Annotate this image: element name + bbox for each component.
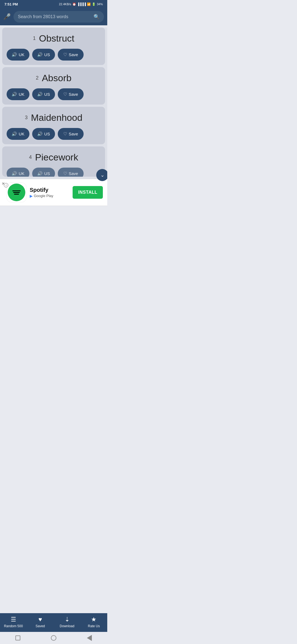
speaker-us-icon-4: 🔊	[37, 171, 43, 176]
chevron-down-icon: ⌄	[100, 172, 105, 178]
heart-icon-4: ♡	[63, 171, 67, 176]
word-buttons-4: 🔊 UK 🔊 US ♡ Save	[7, 168, 101, 177]
us-label-4: US	[44, 171, 50, 176]
speaker-us-icon-1: 🔊	[37, 52, 43, 57]
uk-button-1[interactable]: 🔊 UK	[7, 49, 29, 61]
ad-info-close-group: i ✕	[2, 181, 5, 186]
word-header-2: 2 Absorb	[7, 73, 101, 83]
heart-icon-1: ♡	[63, 52, 67, 57]
spotify-icon	[8, 184, 25, 201]
save-label-2: Save	[69, 92, 78, 97]
save-label-3: Save	[69, 132, 78, 136]
spotify-line-2	[13, 192, 20, 193]
us-button-3[interactable]: 🔊 US	[32, 128, 55, 140]
word-card-1: 1 Obstruct 🔊 UK 🔊 US ♡ Save	[2, 28, 105, 65]
uk-button-4[interactable]: 🔊 UK	[7, 168, 29, 177]
ad-text: Spotify ▶ Google Play	[30, 187, 69, 198]
save-label-4: Save	[69, 171, 78, 176]
alarm-icon: ⏰	[72, 2, 76, 6]
ad-logo	[7, 182, 26, 202]
speaker-uk-icon-3: 🔊	[12, 131, 17, 137]
save-button-4[interactable]: ♡ Save	[58, 168, 84, 177]
signal-icon: ▐▐▐▐	[77, 2, 86, 6]
us-button-2[interactable]: 🔊 US	[32, 88, 55, 100]
network-speed: 22.4KB/s	[59, 2, 71, 6]
uk-label-4: UK	[19, 171, 24, 176]
battery-icon: 🔋	[92, 2, 96, 6]
ad-info-icon[interactable]: i	[4, 183, 8, 187]
search-bar: 🎤 Search from 28013 words 🔍	[0, 8, 107, 25]
speaker-us-icon-2: 🔊	[37, 92, 43, 97]
main-content: 1 Obstruct 🔊 UK 🔊 US ♡ Save 2 Absorb	[0, 28, 107, 206]
battery-level: 34%	[97, 2, 103, 6]
ad-banner: i ✕ Spotify ▶ Google Play INSTALL	[0, 179, 107, 206]
us-label-1: US	[44, 52, 50, 57]
word-card-4: 4 Piecework 🔊 UK 🔊 US ♡ Save	[2, 146, 105, 177]
word-header-3: 3 Maidenhood	[7, 112, 101, 123]
speaker-uk-icon-1: 🔊	[12, 52, 17, 57]
uk-button-3[interactable]: 🔊 UK	[7, 128, 29, 140]
speaker-us-icon-3: 🔊	[37, 131, 43, 137]
search-icon: 🔍	[94, 14, 100, 20]
ad-subtitle: ▶ Google Play	[30, 194, 69, 198]
us-button-4[interactable]: 🔊 US	[32, 168, 55, 177]
word-text-3: Maidenhood	[31, 112, 82, 123]
word-card-3: 3 Maidenhood 🔊 UK 🔊 US ♡ Save	[2, 107, 105, 144]
word-text-2: Absorb	[42, 73, 72, 83]
status-right: 22.4KB/s ⏰ ▐▐▐▐ 📶 🔋 34%	[59, 2, 103, 6]
save-button-3[interactable]: ♡ Save	[58, 128, 84, 140]
us-label-2: US	[44, 92, 50, 97]
scroll-down-button[interactable]: ⌄	[96, 169, 107, 181]
word-buttons-1: 🔊 UK 🔊 US ♡ Save	[7, 49, 101, 61]
ad-subtitle-text: Google Play	[34, 194, 53, 198]
status-bar: 7:51 PM 22.4KB/s ⏰ ▐▐▐▐ 📶 🔋 34%	[0, 0, 107, 8]
word-header-4: 4 Piecework	[7, 152, 101, 163]
uk-button-2[interactable]: 🔊 UK	[7, 88, 29, 100]
us-label-3: US	[44, 132, 50, 136]
save-button-1[interactable]: ♡ Save	[58, 49, 84, 61]
uk-label-1: UK	[19, 52, 24, 57]
ad-install-button[interactable]: INSTALL	[73, 186, 103, 199]
search-input[interactable]: Search from 28013 words 🔍	[13, 11, 104, 23]
uk-label-3: UK	[19, 132, 24, 136]
word-number-2: 2	[36, 75, 38, 81]
save-label-1: Save	[69, 52, 78, 57]
word-number-1: 1	[33, 36, 36, 41]
speaker-uk-icon-2: 🔊	[12, 92, 17, 97]
word-buttons-3: 🔊 UK 🔊 US ♡ Save	[7, 128, 101, 140]
word-buttons-2: 🔊 UK 🔊 US ♡ Save	[7, 88, 101, 100]
ad-title: Spotify	[30, 187, 69, 193]
wifi-icon: 📶	[87, 2, 91, 6]
uk-label-2: UK	[19, 92, 24, 97]
word-number-4: 4	[29, 154, 32, 160]
search-placeholder: Search from 28013 words	[18, 14, 68, 19]
spotify-lines	[12, 190, 21, 195]
spotify-line-3	[14, 194, 19, 195]
mic-icon[interactable]: 🎤	[3, 13, 11, 20]
word-text-1: Obstruct	[39, 33, 74, 44]
google-play-icon: ▶	[30, 194, 33, 198]
word-header-1: 1 Obstruct	[7, 33, 101, 44]
spotify-line-1	[12, 190, 21, 191]
speaker-uk-icon-4: 🔊	[12, 171, 17, 176]
us-button-1[interactable]: 🔊 US	[32, 49, 55, 61]
word-number-3: 3	[25, 115, 28, 121]
heart-icon-3: ♡	[63, 131, 67, 137]
word-text-4: Piecework	[35, 152, 78, 163]
save-button-2[interactable]: ♡ Save	[58, 88, 84, 100]
status-time: 7:51 PM	[4, 2, 18, 6]
word-card-2: 2 Absorb 🔊 UK 🔊 US ♡ Save	[2, 67, 105, 105]
heart-icon-2: ♡	[63, 92, 67, 97]
